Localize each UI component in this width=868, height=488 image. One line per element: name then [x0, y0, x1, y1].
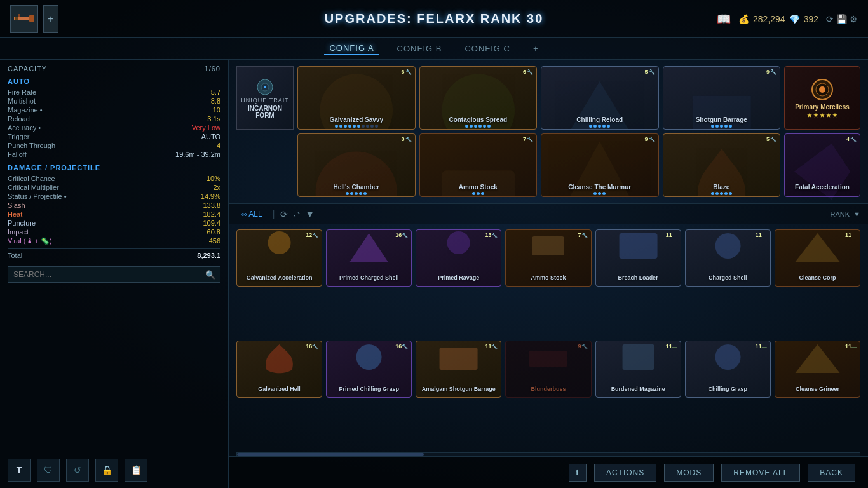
avail-mod-galvanized-acceleration[interactable]: 12🔧 Galvanized Acceleration [236, 229, 322, 287]
stat-magazine: Magazine • 10 [8, 105, 220, 114]
impact-label: Impact [8, 228, 29, 236]
equipped-mod-hells-chamber[interactable]: 8🔧 Hell's Chamber [297, 133, 416, 197]
reload-value: 3.1s [207, 115, 220, 123]
equipped-mod-ammo-stock[interactable]: 7🔧 Ammo Stock [419, 133, 538, 197]
svg-point-22 [715, 233, 740, 259]
icon-save[interactable]: 💾 [836, 14, 847, 24]
avail-mod-galvanized-hell[interactable]: 16🔧 Galvanized Hell [236, 341, 322, 398]
actions-button[interactable]: ACTIONS [594, 464, 656, 482]
equipped-mod-chilling-reload[interactable]: 5🔧 Chilling Reload [541, 66, 659, 130]
scrollbar-thumb[interactable] [237, 453, 424, 456]
horizontal-scrollbar[interactable] [236, 452, 860, 456]
avail-mod-name-charged-shell: Charged Shell [686, 274, 770, 282]
nav-icon-shield[interactable]: 🛡 [37, 459, 60, 482]
avail-mod-charged-shell[interactable]: 11— Charged Shell [685, 229, 771, 287]
icon-settings[interactable]: ⚙ [850, 14, 858, 24]
nav-icon-refresh[interactable]: ↺ [66, 459, 89, 482]
bottom-nav: T 🛡 ↺ 🔒 📋 [8, 459, 147, 482]
search-bar: 🔍 [8, 266, 220, 283]
equipped-mod-grid: 6🔧 Galvanized Savvy 6🔧 Contagious Spread [297, 66, 780, 197]
mod-name-blaze: Blaze [663, 183, 780, 191]
unique-trait-label: UNIQUE TRAIT [241, 97, 288, 104]
filter-down-icon[interactable]: ▼ [306, 209, 315, 219]
equipped-mod-blaze[interactable]: 5🔧 Blaze [663, 133, 781, 197]
page-title: UPGRADES: FELARX RANK 30 [325, 11, 544, 26]
trigger-value: AUTO [201, 133, 220, 140]
weapon-icon[interactable] [10, 5, 38, 33]
avail-mod-cleanse-corp[interactable]: 11— Cleanse Corp [775, 229, 860, 287]
equipped-mod-fatal-acceleration[interactable]: 4🔧 Fatal Acceleration [784, 133, 860, 197]
equipped-mod-shotgun-barrage[interactable]: 9🔧 Shotgun Barrage [663, 66, 781, 130]
mods-button[interactable]: MODS [664, 464, 714, 482]
mod-name-fatal-acceleration: Fatal Acceleration [785, 183, 860, 191]
falloff-label: Falloff [8, 151, 27, 158]
filter-shuffle-icon[interactable]: ⇌ [293, 209, 301, 219]
filter-minus-icon[interactable]: — [320, 209, 329, 219]
bottom-action-bar: ℹ ACTIONS MODS REMOVE ALL BACK [229, 456, 868, 488]
avail-mod-blunderbuss[interactable]: 9🔧 Blunderbuss [505, 341, 591, 398]
credits-display: 💰 282,294 💎 392 [738, 14, 818, 24]
mod-name-hells-chamber: Hell's Chamber [298, 183, 415, 191]
back-button[interactable]: BACK [808, 464, 855, 482]
header-left: + [10, 5, 58, 33]
equipped-mod-cleanse-murmur[interactable]: 9🔧 Cleanse The Murmur [541, 133, 659, 197]
crit-mult-label: Critical Multiplier [8, 184, 59, 191]
avail-mod-chilling-grasp[interactable]: 11— Chilling Grasp [685, 341, 771, 398]
remove-all-button[interactable]: REMOVE ALL [721, 464, 800, 482]
equipped-mod-galvanized-savvy[interactable]: 6🔧 Galvanized Savvy [297, 66, 416, 130]
stat-multishot: Multishot 8.8 [8, 97, 220, 105]
tab-config-b[interactable]: CONFIG B [392, 43, 447, 55]
avail-mod-breach-loader[interactable]: 11— Breach Loader [595, 229, 681, 287]
svg-rect-27 [622, 344, 654, 370]
avail-mod-primed-chilling-grasp[interactable]: 16🔧 Primed Chilling Grasp [326, 341, 412, 398]
info-button[interactable]: ℹ [569, 464, 587, 482]
avail-mod-primed-ravage[interactable]: 13🔧 Primed Ravage [416, 229, 501, 287]
nav-icon-text[interactable]: T [8, 459, 31, 482]
svg-rect-21 [619, 233, 657, 259]
wiki-icon[interactable]: 📖 [717, 12, 731, 26]
viral-label: Viral (🌡 + 🦠) [8, 237, 52, 245]
trigger-label: Trigger [8, 133, 29, 140]
capacity-label: CAPACITY [8, 65, 47, 72]
stat-puncture: Puncture 109.4 [8, 219, 220, 227]
tab-config-a[interactable]: CONFIG A [324, 42, 379, 55]
avail-mod-primed-charged-shell[interactable]: 16🔧 Primed Charged Shell [326, 229, 412, 287]
fire-rate-value: 5.7 [211, 88, 220, 96]
avail-mod-name-amalgam-shotgun-barrage: Amalgam Shotgun Barrage [416, 386, 501, 393]
avail-mod-burdened-magazine[interactable]: 11— Burdened Magazine [595, 341, 681, 398]
auto-section-title: AUTO [8, 78, 220, 85]
svg-point-16 [819, 86, 825, 93]
primary-merciless-label: Primary Merciless [795, 104, 850, 111]
avail-mod-name-ammo-stock: Ammo Stock [506, 274, 590, 282]
accuracy-label: Accuracy • [8, 124, 41, 132]
tab-config-c[interactable]: CONFIG C [459, 43, 515, 55]
falloff-value: 19.6m - 39.2m [175, 151, 220, 158]
slash-value: 133.8 [203, 201, 220, 209]
heat-value: 182.4 [203, 210, 220, 218]
avail-mod-amalgam-shotgun-barrage[interactable]: 11🔧 Amalgam Shotgun Barrage [416, 341, 501, 398]
punch-through-value: 4 [217, 142, 220, 149]
svg-rect-20 [532, 236, 564, 255]
avail-mod-ammo-stock[interactable]: 7🔧 Ammo Stock [505, 229, 591, 287]
nav-icon-clipboard[interactable]: 📋 [125, 459, 147, 482]
add-config-button[interactable]: + [43, 5, 58, 33]
plat-value: 392 [804, 14, 818, 24]
avail-mod-cleanse-grineer[interactable]: 11— Cleanse Grineer [775, 341, 860, 398]
stat-reload: Reload 3.1s [8, 114, 220, 123]
svg-rect-25 [440, 348, 478, 370]
rank-sort-arrow[interactable]: ▼ [853, 210, 860, 218]
puncture-label: Puncture [8, 219, 36, 227]
mod-name-cleanse-murmur: Cleanse The Murmur [541, 183, 658, 191]
arcane-primary-merciless[interactable]: Primary Merciless [784, 66, 860, 130]
icon-syndicate[interactable]: ⟳ [826, 14, 834, 24]
status-label: Status / Projectile • [8, 193, 67, 200]
reload-label: Reload [8, 115, 30, 123]
stat-trigger: Trigger AUTO [8, 132, 220, 141]
search-input[interactable] [8, 266, 220, 283]
tab-add-config[interactable]: + [528, 43, 544, 55]
equipped-mod-contagious-spread[interactable]: 6🔧 Contagious Spread [419, 66, 538, 130]
nav-icon-lock[interactable]: 🔒 [95, 459, 118, 482]
filter-sync-icon[interactable]: ⟳ [280, 209, 288, 219]
filter-all-button[interactable]: ∞ ALL [236, 208, 268, 220]
crit-chance-label: Critical Chance [8, 175, 55, 182]
